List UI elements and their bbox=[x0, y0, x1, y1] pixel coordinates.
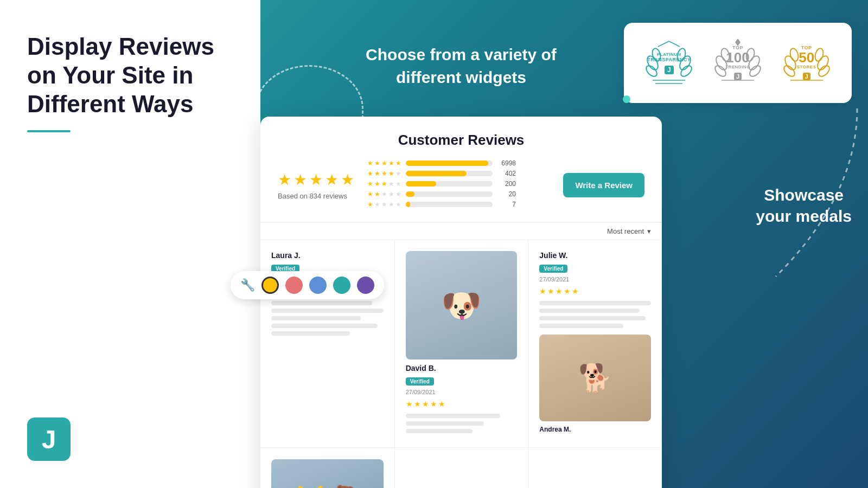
julie-text-3 bbox=[539, 316, 645, 320]
js3: ★ bbox=[556, 287, 563, 296]
right-bottom-spacer bbox=[528, 448, 662, 488]
review-date-david: 27/09/2021 bbox=[406, 389, 518, 395]
bar-count-4: 402 bbox=[497, 170, 516, 177]
bar-bg-4 bbox=[406, 171, 493, 176]
dashed-curve-right bbox=[689, 108, 863, 282]
rs4-5: ★ bbox=[395, 170, 401, 177]
badges-box: PLATINUM TRANSPARENCY J bbox=[624, 23, 852, 103]
rs4-4: ★ bbox=[388, 170, 394, 177]
rs5-1: ★ bbox=[367, 159, 373, 167]
text-line-4 bbox=[271, 324, 378, 328]
svg-line-7 bbox=[669, 41, 680, 47]
most-recent-chevron[interactable]: ▾ bbox=[647, 227, 651, 235]
bar-fill-1 bbox=[406, 202, 410, 207]
bar-bg-5 bbox=[406, 160, 493, 166]
review-card-david: 🐶 David B. Verified 27/09/2021 ★ ★ ★ ★ ★ bbox=[394, 240, 528, 447]
bar-fill-3 bbox=[406, 181, 436, 187]
puppy-image: 🐶 bbox=[406, 251, 518, 359]
rs4-1: ★ bbox=[367, 170, 373, 177]
cat-image-box: 🐱🧸 bbox=[271, 459, 384, 488]
rs1-1: ★ bbox=[367, 201, 373, 208]
badge-platinum: PLATINUM TRANSPARENCY J bbox=[642, 36, 696, 90]
bottom-grid: 🐱🧸 bbox=[260, 448, 662, 488]
js2: ★ bbox=[547, 287, 554, 296]
reviewer-name-laura: Laura J. bbox=[271, 251, 384, 260]
badge-j-platinum: J bbox=[647, 65, 691, 74]
david-text-2 bbox=[406, 421, 484, 426]
badge-number-50: 50 bbox=[797, 50, 816, 65]
bar-bg-3 bbox=[406, 181, 493, 187]
bar-fill-2 bbox=[406, 191, 414, 197]
title-underline bbox=[27, 130, 71, 132]
color-dot-teal[interactable] bbox=[333, 277, 350, 294]
rs1-4: ★ bbox=[388, 201, 394, 208]
rs1-5: ★ bbox=[395, 201, 401, 208]
big-stars: ★ ★ ★ ★ ★ bbox=[278, 171, 354, 189]
rs1-2: ★ bbox=[374, 201, 380, 208]
badge-inner-top50: TOP 50 STORES J bbox=[797, 45, 816, 81]
bar-fill-5 bbox=[406, 160, 488, 166]
star3: ★ bbox=[309, 171, 323, 189]
review-card-julie: Julie W. Verified 27/09/2021 ★ ★ ★ ★ ★ 🐕… bbox=[528, 240, 662, 447]
js4: ★ bbox=[564, 287, 571, 296]
rs5-3: ★ bbox=[381, 159, 387, 167]
svg-point-23 bbox=[816, 64, 831, 79]
rs3-3: ★ bbox=[381, 180, 387, 188]
write-review-button[interactable]: Write a Review bbox=[563, 173, 644, 197]
widget-header: Customer Reviews ★ ★ ★ ★ ★ Based on 834 … bbox=[260, 117, 662, 222]
badge-laurel-top100: TOP 100 TRENDING J bbox=[711, 36, 765, 90]
badge-j-top100: J bbox=[725, 71, 750, 81]
color-dot-blue[interactable] bbox=[309, 277, 327, 294]
star5: ★ bbox=[341, 171, 354, 189]
rs3-5: ★ bbox=[395, 180, 401, 188]
color-picker: 🔧 bbox=[231, 271, 384, 299]
rating-left: ★ ★ ★ ★ ★ Based on 834 reviews bbox=[278, 171, 354, 200]
review-image-david: 🐶 bbox=[406, 251, 518, 359]
ds4: ★ bbox=[430, 400, 437, 408]
david-text-3 bbox=[406, 429, 473, 433]
rating-row-stars-5: ★ ★ ★ ★ ★ bbox=[367, 159, 401, 167]
text-line-3 bbox=[271, 316, 361, 320]
rating-row-1: ★ ★ ★ ★ ★ 7 bbox=[367, 201, 550, 208]
most-recent-row: Most recent ▾ bbox=[260, 222, 662, 240]
reviewer-name-david: David B. bbox=[406, 364, 518, 373]
badge-trending-label: TRENDING bbox=[725, 65, 750, 69]
widget-top-row: ★ ★ ★ ★ ★ Based on 834 reviews ★ ★ ★ ★ bbox=[278, 159, 644, 211]
main-title: Display Reviews on Your Site in Differen… bbox=[27, 33, 214, 118]
review-card-cat: 🐱🧸 bbox=[260, 448, 394, 488]
rs2-2: ★ bbox=[374, 190, 380, 198]
star1: ★ bbox=[278, 171, 291, 189]
rs2-4: ★ bbox=[388, 190, 394, 198]
verified-badge-julie: Verified bbox=[539, 265, 567, 273]
color-dot-purple[interactable] bbox=[357, 277, 374, 294]
rs2-3: ★ bbox=[381, 190, 387, 198]
julie-text-1 bbox=[539, 301, 651, 305]
julie-text-4 bbox=[539, 324, 623, 328]
dog-image-box: 🐕 bbox=[539, 335, 651, 421]
rating-row-stars-1: ★ ★ ★ ★ ★ bbox=[367, 201, 401, 208]
badge-top100: TOP 100 TRENDING J bbox=[711, 36, 765, 90]
color-dot-red[interactable] bbox=[285, 277, 303, 294]
rs4-2: ★ bbox=[374, 170, 380, 177]
middle-bottom-spacer bbox=[394, 448, 528, 488]
color-dot-yellow[interactable] bbox=[261, 277, 279, 294]
text-line-5 bbox=[271, 331, 350, 336]
rs5-5: ★ bbox=[395, 159, 401, 167]
rs2-5: ★ bbox=[395, 190, 401, 198]
based-on-text: Based on 834 reviews bbox=[278, 192, 347, 200]
bar-bg-2 bbox=[406, 191, 493, 197]
bar-count-1: 7 bbox=[497, 201, 516, 208]
review-stars-julie: ★ ★ ★ ★ ★ bbox=[539, 287, 651, 296]
rating-row-stars-3: ★ ★ ★ ★ ★ bbox=[367, 180, 401, 188]
dot-teal-badge bbox=[623, 95, 630, 103]
badge-laurel-platinum: PLATINUM TRANSPARENCY J bbox=[642, 36, 696, 90]
bar-bg-1 bbox=[406, 202, 493, 207]
rating-row-4: ★ ★ ★ ★ ★ 402 bbox=[367, 170, 550, 177]
rs5-4: ★ bbox=[388, 159, 394, 167]
svg-line-6 bbox=[658, 41, 669, 47]
ds1: ★ bbox=[406, 400, 413, 408]
star4: ★ bbox=[325, 171, 339, 189]
rating-row-2: ★ ★ ★ ★ ★ 20 bbox=[367, 190, 550, 198]
rs3-2: ★ bbox=[374, 180, 380, 188]
rs2-1: ★ bbox=[367, 190, 373, 198]
